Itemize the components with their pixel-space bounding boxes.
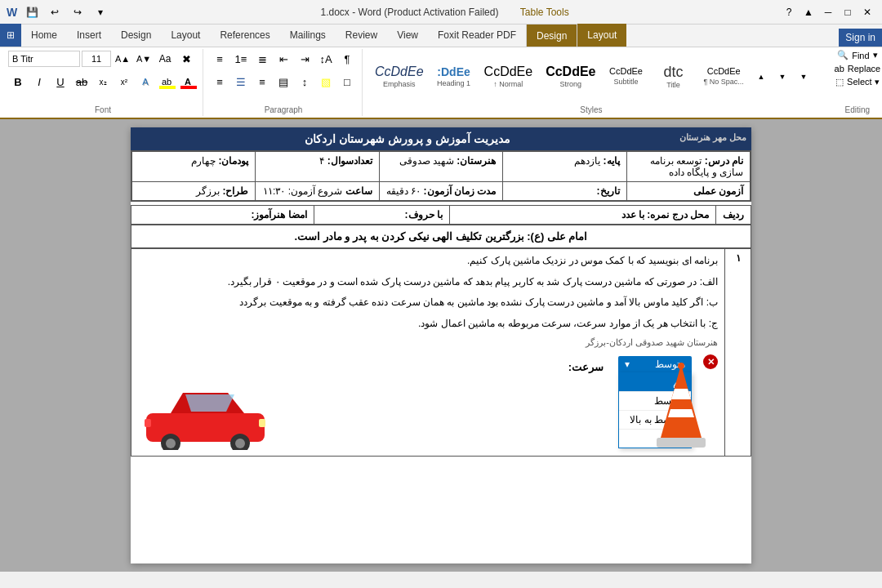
shading-btn[interactable]: ▧ (316, 72, 336, 91)
info-exam-type: آزمون عملی (626, 182, 750, 200)
info-row-2: آزمون عملی تاریخ: مدت زمان آزمون: ۶۰ دقی… (132, 182, 750, 200)
sort-btn[interactable]: ↕A (316, 49, 336, 69)
styles-more[interactable]: ▼ (794, 69, 813, 85)
replace-icon: ab (835, 64, 844, 74)
underline-btn[interactable]: U (51, 72, 70, 91)
styles-group-label: Styles (369, 104, 813, 116)
find-btn[interactable]: 🔍 Find ▾ (834, 49, 880, 61)
info-block: نام درس: توسعه برنامه سازی و پایگاه داده… (131, 150, 751, 202)
quick-undo[interactable]: ↩ (47, 4, 63, 20)
maximize-btn[interactable]: □ (840, 4, 856, 20)
col-signature: امضا هنرآموز: (131, 206, 314, 225)
tab-references[interactable]: References (210, 24, 279, 47)
svg-rect-5 (259, 419, 265, 427)
style-title[interactable]: dtc Title (651, 54, 697, 100)
style-heading1[interactable]: :DdEe Heading 1 (431, 54, 477, 100)
info-duration: مدت زمان آزمون: ۶۰ دقیقه (379, 182, 502, 200)
header-title: محل مهر هنرستان مدیریت آموزش و پرورش شهر… (131, 127, 751, 150)
clear-format-btn[interactable]: ✖ (176, 49, 196, 69)
styles-scroll-up[interactable]: ▲ (751, 69, 771, 85)
info-designer: طراح: برزگر (132, 182, 255, 200)
ribbon-toggle[interactable]: ▲ (800, 4, 817, 20)
line-spacing-btn[interactable]: ↕ (295, 72, 314, 91)
tab-design-table[interactable]: Design (526, 24, 577, 47)
font-name-input[interactable] (8, 51, 80, 67)
sign-in-btn[interactable]: Sign in (839, 29, 882, 47)
ribbon-tabs: ⊞ Home Insert Design Layout References M… (0, 24, 882, 47)
subscript-btn[interactable]: x₂ (93, 72, 113, 91)
tab-design[interactable]: Design (111, 24, 161, 47)
font-group: A▲ A▼ Aa ✖ B I U ab x₂ x² A ab A (3, 49, 203, 116)
italic-btn[interactable]: I (29, 72, 49, 91)
svg-marker-10 (668, 409, 694, 417)
tab-layout-table[interactable]: Layout (577, 24, 626, 47)
bullets-btn[interactable]: ≡ (210, 49, 229, 69)
show-marks-btn[interactable]: ¶ (337, 49, 357, 69)
font-color-btn[interactable]: A (178, 72, 198, 91)
info-school: هنرستان: شهید صدوقی (379, 152, 502, 181)
style-strong[interactable]: CcDdEe Strong (540, 54, 601, 100)
align-right-btn[interactable]: ≡ (252, 72, 272, 91)
info-grade: پایه: یازدهم (502, 152, 626, 181)
style-emphasis[interactable]: CcDdEe Emphasis (369, 54, 430, 100)
style-normal[interactable]: CcDdEe ↑ Normal (479, 54, 539, 100)
style-subtitle[interactable]: CcDdEe Subtitle (604, 54, 649, 100)
styles-group: CcDdEe Emphasis :DdEe Heading 1 CcDdEe ↑… (364, 49, 818, 116)
q1-part-c: ج: با انتخاب هر یک از موارد سرعت، سرعت م… (138, 315, 718, 333)
text-effect-btn[interactable]: A (136, 72, 155, 91)
info-questions: تعدادسوال: ۴ (255, 152, 378, 181)
styles-scroll-down[interactable]: ▼ (773, 69, 792, 85)
help-btn[interactable]: ? (781, 4, 797, 20)
numbering-btn[interactable]: 1≡ (231, 49, 251, 69)
footer-note: هنرستان شهید صدوقی اردکان-برزگر (138, 337, 718, 348)
tab-review[interactable]: Review (336, 24, 387, 47)
justify-btn[interactable]: ▤ (274, 72, 293, 91)
minimize-btn[interactable]: ─ (820, 4, 836, 20)
quick-save[interactable]: 💾 (24, 4, 40, 20)
info-lesson: نام درس: توسعه برنامه سازی و پایگاه داده (626, 152, 750, 181)
tab-home[interactable]: Home (21, 24, 67, 47)
close-popup-btn[interactable]: ✕ (703, 354, 718, 369)
q1-main-text: برنامه ای بنویسید که با کمک موس در نزدیک… (138, 252, 718, 270)
info-row-1: نام درس: توسعه برنامه سازی و پایگاه داده… (132, 152, 750, 182)
question-table: ۱ برنامه ای بنویسید که با کمک موس در نزد… (131, 248, 751, 457)
paragraph-group: ≡ 1≡ ≣ ⇤ ⇥ ↕A ¶ ≡ ☰ ≡ ▤ ↕ ▧ □ Paragraph (205, 49, 363, 116)
tab-foxit[interactable]: Foxit Reader PDF (428, 24, 526, 47)
q1-part-a: الف: در صورتی که ماشین درست پارک شد به ک… (138, 274, 718, 292)
word-icon: W (7, 6, 17, 19)
superscript-btn[interactable]: x² (114, 72, 134, 91)
border-btn[interactable]: □ (337, 72, 357, 91)
highlight-color-btn[interactable]: ab (157, 72, 176, 91)
select-btn[interactable]: ⬚ Select ▾ (832, 76, 882, 88)
font-grow-btn[interactable]: A▲ (113, 49, 132, 69)
strikethrough-btn[interactable]: ab (72, 72, 91, 91)
style-nospace[interactable]: CcDdEe ¶ No Spac... (698, 54, 750, 100)
title-bar-title: 1.docx - Word (Product Activation Failed… (109, 7, 781, 18)
replace-btn[interactable]: ab Replace (831, 63, 882, 74)
increase-indent-btn[interactable]: ⇥ (295, 49, 314, 69)
align-left-btn[interactable]: ≡ (210, 72, 229, 91)
tab-layout[interactable]: Layout (161, 24, 210, 47)
multilevel-list-btn[interactable]: ≣ (252, 49, 272, 69)
tab-mailings[interactable]: Mailings (280, 24, 336, 47)
font-shrink-btn[interactable]: A▼ (134, 49, 154, 69)
svg-marker-9 (671, 389, 691, 399)
q1-content: برنامه ای بنویسید که با کمک موس در نزدیک… (131, 249, 725, 457)
tab-view[interactable]: View (387, 24, 428, 47)
customize-btn[interactable]: ▾ (92, 4, 109, 20)
close-btn[interactable]: ✕ (859, 4, 875, 20)
ribbon-content: A▲ A▼ Aa ✖ B I U ab x₂ x² A ab A (0, 47, 882, 119)
tab-file[interactable]: ⊞ (0, 24, 21, 47)
doc-area: محل مهر هنرستان مدیریت آموزش و پرورش شهر… (0, 119, 882, 572)
editing-group: 🔍 Find ▾ ab Replace ⬚ Select ▾ Editing (825, 49, 882, 116)
q1-number: ۱ (725, 249, 751, 457)
decrease-indent-btn[interactable]: ⇤ (274, 49, 293, 69)
quick-redo[interactable]: ↪ (69, 4, 86, 20)
svg-marker-8 (661, 364, 702, 438)
tab-insert[interactable]: Insert (67, 24, 111, 47)
bold-btn[interactable]: B (8, 72, 28, 91)
font-size-input[interactable] (82, 51, 111, 67)
align-center-btn[interactable]: ☰ (231, 72, 251, 91)
change-case-btn[interactable]: Aa (155, 49, 175, 69)
info-unit: پودمان: چهارم (132, 152, 255, 181)
